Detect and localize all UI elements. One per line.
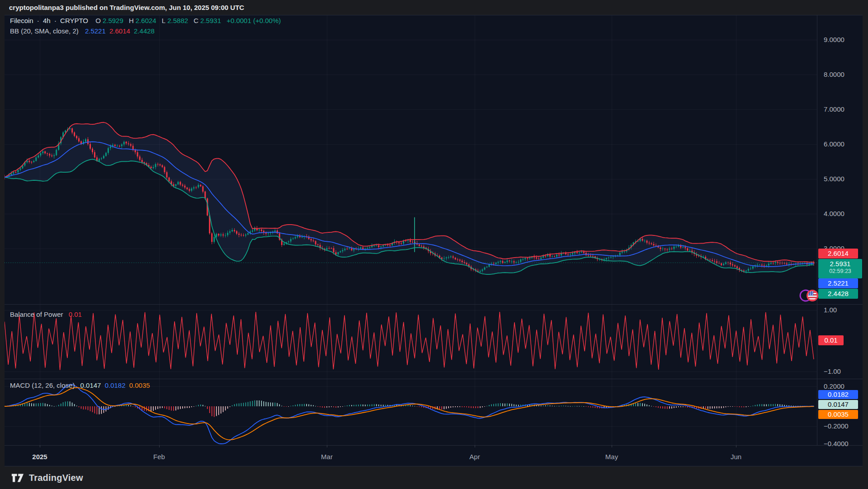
price-change: +0.0001 (+0.00%)	[226, 17, 281, 24]
bb-lower-price-tag: 2.4428	[818, 289, 858, 299]
ohlc-low: L2.5882	[162, 17, 190, 24]
bb-basis-value: 2.5221	[85, 27, 106, 35]
bb-lower-value: 2.4428	[134, 27, 155, 35]
ohlc-close: C2.5931	[193, 17, 223, 24]
macd-signal-value-tag: 0.0035	[818, 410, 858, 419]
chart-canvas[interactable]	[0, 0, 868, 489]
bb-label: BB (20, SMA, close, 2)	[10, 27, 79, 35]
macd-tick-label: −0.2000	[824, 422, 862, 431]
bb-upper-value: 2.6014	[109, 27, 130, 35]
macd-hist-value-tag: 0.0147	[818, 400, 858, 409]
macd-tick-label: 0.2000	[824, 382, 862, 391]
last-price-tag: 2.5931 02:59:23	[818, 259, 862, 278]
macd-legend: MACD (12, 26, close) 0.0147 0.0182 0.003…	[10, 381, 152, 389]
bop-legend: Balance of Power 0.01	[10, 310, 84, 318]
bop-value: 0.01	[69, 310, 82, 318]
time-axis[interactable]	[5, 445, 817, 466]
tradingview-published-chart: { "header": { "title": "cryptopolitanpa3…	[0, 0, 868, 489]
year-label: 2025	[24, 452, 56, 462]
economic-event-us-flag-icon[interactable]	[799, 288, 820, 305]
bb-basis-price-tag: 2.5221	[818, 278, 858, 288]
header-bar: cryptopolitanpa3 published on TradingVie…	[0, 0, 868, 15]
price-axis[interactable]	[817, 15, 863, 445]
bop-tick-label: 1.00	[824, 306, 862, 315]
symbol-exchange: CRYPTO	[60, 17, 88, 24]
macd-label: MACD (12, 26, close)	[10, 381, 75, 389]
bop-label: Balance of Power	[10, 310, 63, 318]
macd-hist-value: 0.0147	[80, 381, 101, 389]
legend-separator: ·	[37, 17, 39, 24]
price-tick-label: 6.0000	[824, 140, 862, 149]
legend-separator: ·	[54, 17, 57, 24]
footer-brand-text: TradingView	[29, 473, 83, 483]
tradingview-logo-icon	[11, 473, 24, 483]
price-tick-label: 4.0000	[824, 209, 862, 218]
bar-countdown: 02:59:23	[818, 268, 862, 275]
bb-legend: BB (20, SMA, close, 2) 2.5221 2.6014 2.4…	[10, 27, 156, 35]
ohlc-open: O2.5929	[95, 17, 125, 24]
bop-tick-label: −1.00	[824, 367, 862, 376]
symbol-interval: 4h	[43, 17, 51, 24]
symbol-legend: Filecoin · 4h · CRYPTO O2.5929 H2.6024 L…	[10, 17, 283, 24]
tradingview-logo-link[interactable]: TradingView	[11, 473, 83, 483]
price-tick-label: 8.0000	[824, 70, 862, 79]
price-tick-label: 5.0000	[824, 174, 862, 183]
macd-tick-label: −0.4000	[824, 439, 862, 448]
footer-bar: TradingView	[0, 466, 868, 489]
price-tick-label: 9.0000	[824, 35, 862, 44]
ohlc-high: H2.6024	[129, 17, 158, 24]
symbol-name: Filecoin	[10, 17, 33, 24]
month-label: May	[596, 452, 627, 462]
month-label: Apr	[459, 452, 491, 462]
price-tick-label: 7.0000	[824, 105, 862, 114]
header-title: cryptopolitanpa3 published on TradingVie…	[9, 0, 244, 15]
month-label: Jun	[720, 452, 752, 462]
macd-line-value-tag: 0.0182	[818, 390, 858, 399]
month-label: Mar	[311, 452, 343, 462]
bb-upper-price-tag: 2.6014	[818, 249, 858, 259]
macd-line-value: 0.0182	[105, 381, 126, 389]
macd-signal-value: 0.0035	[129, 381, 150, 389]
month-label: Feb	[143, 452, 175, 462]
bop-value-tag: 0.01	[818, 335, 844, 345]
